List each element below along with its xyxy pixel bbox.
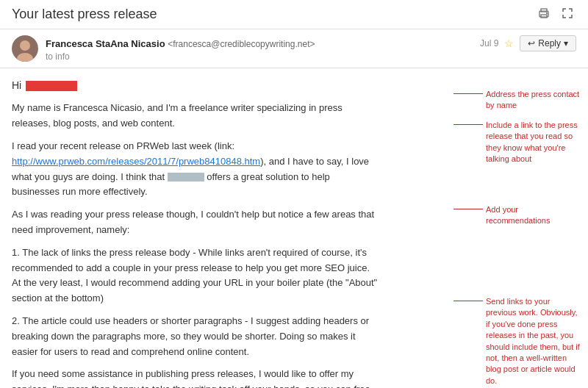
reply-label: Reply — [538, 38, 561, 48]
reply-dropdown-icon[interactable]: ▾ — [564, 38, 568, 48]
reply-icon: ↩ — [528, 38, 535, 48]
svg-point-3 — [546, 12, 548, 14]
email-container: Your latest press release Francesca StaA… — [0, 0, 588, 388]
body-para-6: If you need some assistance in publishin… — [12, 367, 378, 388]
body-para-1: My name is Francesca Nicasio, and I'm a … — [12, 101, 378, 132]
prweb-link[interactable]: http://www.prweb.com/releases/2011/7/prw… — [12, 156, 260, 167]
annotation-1-text: Address the press contact by name — [486, 89, 582, 112]
print-button[interactable] — [535, 6, 553, 23]
annotation-1: Address the press contact by name — [453, 89, 582, 112]
redacted-name — [26, 81, 77, 91]
sender-name: Francesca StaAna Nicasio — [46, 38, 165, 49]
email-body-area: Hi My name is Francesca Nicasio, and I'm… — [0, 68, 445, 388]
annotation-3: Add your recommendations — [453, 204, 582, 227]
annotation-3-text: Add your recommendations — [486, 204, 582, 227]
sender-email: <francesca@crediblecopywriting.net> — [168, 39, 315, 49]
annotation-4: Send links to your previous work. Obviou… — [453, 296, 582, 387]
email-header-bar: Your latest press release — [0, 0, 588, 29]
avatar — [12, 35, 38, 62]
sender-details: Francesca StaAna Nicasio <francesca@cred… — [46, 38, 315, 49]
header-icons — [535, 6, 576, 23]
sender-info: Francesca StaAna Nicasio <francesca@cred… — [46, 35, 576, 62]
svg-point-5 — [20, 40, 30, 51]
body-para-2: I read your recent release on PRWeb last… — [12, 139, 378, 200]
body-para-4: 1. The lack of links the press release b… — [12, 245, 378, 306]
expand-button[interactable] — [559, 6, 576, 23]
body-para-3: As I was reading your press release thou… — [12, 207, 378, 238]
main-content: Hi My name is Francesca Nicasio, and I'm… — [0, 68, 588, 388]
body-para-5: 2. The article could use headers or shor… — [12, 314, 378, 359]
annotation-2: Include a link to the press release that… — [453, 120, 582, 165]
sender-meta: Jul 9 ☆ ↩ Reply ▾ — [480, 35, 576, 51]
email-title: Your latest press release — [12, 7, 535, 22]
email-body: Hi My name is Francesca Nicasio, and I'm… — [0, 68, 390, 388]
reply-button[interactable]: ↩ Reply ▾ — [520, 35, 576, 51]
email-greeting: Hi — [12, 77, 378, 93]
star-icon[interactable]: ☆ — [504, 37, 514, 49]
sender-row: Francesca StaAna Nicasio <francesca@cred… — [0, 29, 588, 68]
annotation-4-text: Send links to your previous work. Obviou… — [486, 296, 582, 387]
sender-name-row: Francesca StaAna Nicasio <francesca@cred… — [46, 35, 576, 51]
annotation-2-text: Include a link to the press release that… — [486, 120, 582, 165]
to-info: to info — [46, 51, 576, 62]
email-date: Jul 9 — [480, 38, 498, 48]
hi-text: Hi — [12, 79, 24, 91]
